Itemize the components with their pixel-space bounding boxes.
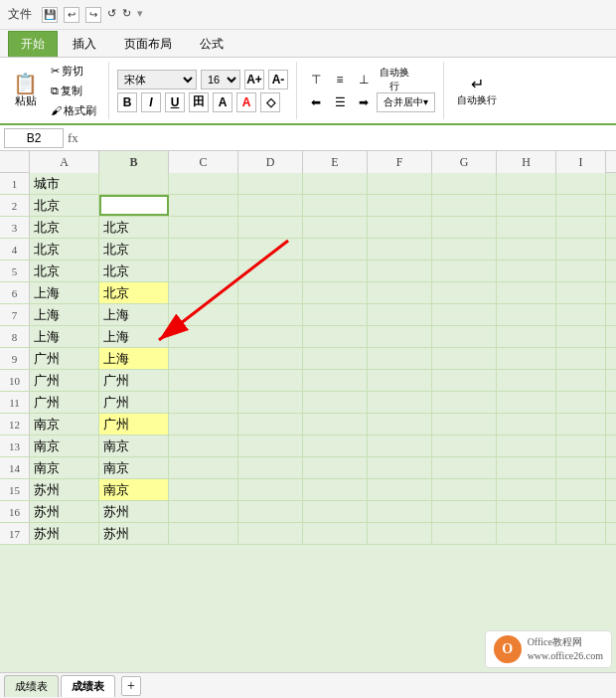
formula-icon[interactable]: fx [68, 130, 78, 146]
align-bottom-button[interactable]: ⊥ [353, 70, 375, 89]
cell-col-d[interactable] [238, 173, 303, 194]
eraser-button[interactable]: ◇ [260, 92, 280, 112]
cell-col-g[interactable] [432, 392, 497, 413]
cell-col-g[interactable] [432, 436, 497, 456]
cell-col-b[interactable]: 广州 [99, 414, 169, 435]
cell-col-f[interactable] [368, 457, 432, 478]
cell-col-d[interactable] [238, 326, 303, 347]
font-color-button[interactable]: A [236, 92, 256, 112]
cell-col-g[interactable] [432, 501, 497, 522]
col-header-e[interactable]: E [303, 151, 368, 173]
cell-col-h[interactable] [497, 523, 556, 544]
cell-col-h[interactable] [497, 326, 556, 347]
cell-col-h[interactable] [497, 436, 556, 456]
cell-col-h[interactable] [497, 304, 556, 325]
cell-col-i[interactable] [556, 414, 606, 435]
col-header-i[interactable]: I [556, 151, 606, 173]
cell-col-a[interactable]: 苏州 [30, 501, 99, 522]
cell-col-i[interactable] [556, 479, 606, 500]
cell-col-a[interactable]: 苏州 [30, 479, 99, 500]
cell-col-h[interactable] [497, 239, 556, 260]
cell-col-a[interactable]: 城市 [30, 173, 99, 194]
increase-font-button[interactable]: A+ [244, 70, 264, 89]
cell-col-e[interactable] [303, 195, 368, 216]
align-right-button[interactable]: ➡ [353, 92, 375, 112]
cell-col-f[interactable] [368, 217, 432, 238]
cell-col-i[interactable] [556, 239, 606, 260]
cell-col-d[interactable] [238, 239, 303, 260]
cell-col-d[interactable] [238, 523, 303, 544]
col-header-d[interactable]: D [238, 151, 303, 173]
cell-col-a[interactable]: 广州 [30, 392, 99, 413]
cell-col-c[interactable] [169, 457, 238, 478]
cell-col-e[interactable] [303, 217, 368, 238]
cell-col-e[interactable] [303, 501, 368, 522]
cell-col-g[interactable] [432, 523, 497, 544]
cell-col-i[interactable] [556, 326, 606, 347]
cell-col-e[interactable] [303, 348, 368, 369]
cell-col-f[interactable] [368, 414, 432, 435]
merge-center-button[interactable]: 合并居中▾ [377, 92, 435, 112]
cell-col-g[interactable] [432, 414, 497, 435]
cell-col-b[interactable]: 苏州 [99, 501, 169, 522]
cell-col-f[interactable] [368, 173, 432, 194]
cell-col-f[interactable] [368, 239, 432, 260]
cell-col-i[interactable] [556, 304, 606, 325]
cell-col-b[interactable]: 南京 [99, 436, 169, 456]
cell-col-f[interactable] [368, 195, 432, 216]
cell-col-e[interactable] [303, 173, 368, 194]
cell-col-i[interactable] [556, 457, 606, 478]
cell-col-f[interactable] [368, 436, 432, 456]
cell-col-e[interactable] [303, 261, 368, 281]
cell-col-e[interactable] [303, 326, 368, 347]
tab-insert[interactable]: 插入 [60, 31, 109, 57]
cell-col-i[interactable] [556, 392, 606, 413]
cell-col-b[interactable]: 上海 [99, 326, 169, 347]
cell-col-e[interactable] [303, 457, 368, 478]
formula-input[interactable] [82, 128, 612, 148]
cell-col-e[interactable] [303, 239, 368, 260]
copy-button[interactable]: ⧉ 复制 [47, 82, 100, 100]
cell-col-i[interactable] [556, 348, 606, 369]
cell-col-i[interactable] [556, 282, 606, 303]
cell-col-d[interactable] [238, 501, 303, 522]
cell-col-a[interactable]: 北京 [30, 239, 99, 260]
cell-col-g[interactable] [432, 457, 497, 478]
cell-col-c[interactable] [169, 479, 238, 500]
cell-col-a[interactable]: 苏州 [30, 523, 99, 544]
cell-col-b[interactable]: 北京 [99, 217, 169, 238]
cell-col-d[interactable] [238, 457, 303, 478]
cell-col-b[interactable]: 北京 [99, 282, 169, 303]
cell-col-e[interactable] [303, 282, 368, 303]
cell-col-c[interactable] [169, 217, 238, 238]
tab-home[interactable]: 开始 [8, 31, 58, 57]
font-name-select[interactable]: 宋体 [117, 70, 197, 89]
cell-col-i[interactable] [556, 523, 606, 544]
cell-col-b[interactable]: 苏州 [99, 523, 169, 544]
add-sheet-button[interactable]: + [121, 676, 141, 696]
cell-col-f[interactable] [368, 370, 432, 391]
cell-col-g[interactable] [432, 195, 497, 216]
cell-col-f[interactable] [368, 282, 432, 303]
cell-col-c[interactable] [169, 282, 238, 303]
cell-col-d[interactable] [238, 304, 303, 325]
cell-col-c[interactable] [169, 414, 238, 435]
cell-col-f[interactable] [368, 501, 432, 522]
cell-col-d[interactable] [238, 217, 303, 238]
cell-col-h[interactable] [497, 282, 556, 303]
cell-col-c[interactable] [169, 195, 238, 216]
cell-col-d[interactable] [238, 195, 303, 216]
cell-col-b[interactable]: 北京 [99, 261, 169, 281]
cell-col-d[interactable] [238, 261, 303, 281]
cell-col-g[interactable] [432, 282, 497, 303]
cell-col-i[interactable] [556, 436, 606, 456]
cell-col-i[interactable] [556, 501, 606, 522]
cell-col-c[interactable] [169, 370, 238, 391]
cell-col-h[interactable] [497, 217, 556, 238]
italic-button[interactable]: I [141, 92, 161, 112]
sheet-tab-0[interactable]: 成绩表 [4, 675, 59, 697]
cell-col-c[interactable] [169, 523, 238, 544]
cell-col-f[interactable] [368, 392, 432, 413]
cell-col-b[interactable]: 北京 [99, 239, 169, 260]
format-painter-button[interactable]: 🖌 格式刷 [47, 101, 100, 120]
